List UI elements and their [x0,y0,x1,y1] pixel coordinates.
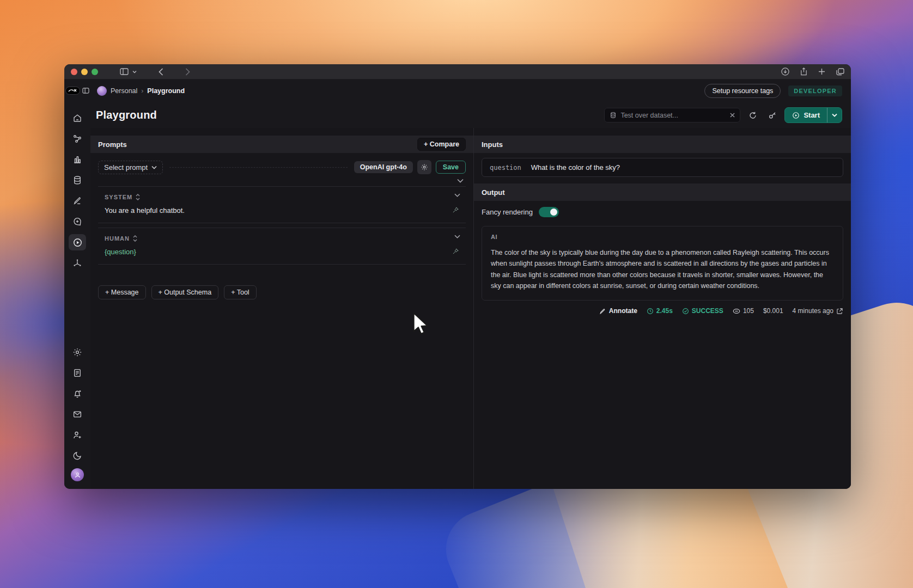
start-split-button: Start [784,107,842,123]
compare-button[interactable]: + Compare [417,138,466,151]
ai-output-text: The color of the sky is typically blue d… [491,247,834,291]
breadcrumb-workspace[interactable]: Personal [111,87,137,95]
sidebar-toggle-icon[interactable] [120,68,129,75]
desktop-wallpaper: Personal › Playground Setup resource tag… [0,0,913,588]
start-button[interactable]: Start [785,108,827,122]
fancy-rendering-toggle[interactable] [539,207,559,217]
back-icon[interactable] [159,68,163,76]
model-chip[interactable]: OpenAI gpt-4o [354,161,413,173]
downloads-icon[interactable] [781,68,789,76]
sidebar-item-datasets[interactable] [69,172,86,188]
sidebar-item-annotation[interactable] [69,193,86,209]
message-role-label[interactable]: HUMAN [105,235,130,242]
browser-titlebar [64,64,851,79]
latency-stat[interactable]: 2.45s [647,307,673,315]
chevron-down-icon [151,166,157,169]
dataset-icon [610,112,617,119]
clock-icon [647,308,654,315]
clear-icon[interactable] [730,113,735,118]
inputs-panel-title: Inputs [482,140,503,149]
input-field-row[interactable]: question What is the color of the sky? [482,158,843,177]
sidebar-rail [64,79,90,489]
divider [169,167,347,168]
inputs-panel-header: Inputs [474,136,851,153]
ai-output-card: AI The color of the sky is typically blu… [482,226,843,301]
app-topbar: Personal › Playground Setup resource tag… [90,79,851,102]
sidebar-item-prompts[interactable] [69,213,86,230]
sidebar-item-docs[interactable] [69,365,86,381]
pin-icon[interactable] [452,248,459,255]
sidebar-item-invite-user[interactable] [69,427,86,443]
sidebar-item-settings[interactable] [69,344,86,360]
breadcrumb-separator-icon: › [141,87,143,95]
status-badge: SUCCESS [682,307,723,315]
system-message-text[interactable]: You are a helpful chatbot. [105,206,459,215]
human-message-text[interactable]: {question} [105,248,459,256]
ai-role-label: AI [491,234,834,240]
sidebar-item-notifications[interactable] [69,385,86,402]
message-role-label[interactable]: SYSTEM [105,194,132,200]
run-stats-row: Annotate 2.45s SUCCESS [482,307,843,315]
sidebar-item-monitoring[interactable] [69,151,86,168]
close-button[interactable] [71,69,77,75]
langsmith-logo [65,87,80,95]
model-settings-icon[interactable] [417,160,431,174]
start-options-chevron[interactable] [827,108,842,122]
share-icon[interactable] [800,68,807,76]
dark-mode-toggle-icon[interactable] [69,448,86,464]
breadcrumb: Personal › Playground [97,86,185,96]
chevron-down-icon[interactable] [132,70,137,74]
output-panel-title: Output [482,188,505,197]
annotate-button[interactable]: Annotate [599,307,637,315]
system-message-card[interactable]: SYSTEM [98,186,466,223]
dataset-search-input[interactable] [620,112,726,119]
new-tab-icon[interactable] [818,68,825,75]
external-link-icon [836,308,843,315]
sidebar-item-inbox[interactable] [69,406,86,422]
tab-overview-icon[interactable] [836,68,844,76]
save-button[interactable]: Save [436,161,466,174]
test-over-dataset-field[interactable] [604,108,740,122]
output-panel-header: Output [474,183,851,201]
browser-window: Personal › Playground Setup resource tag… [64,64,851,489]
prompts-panel: Prompts + Compare Select prompt [90,128,474,489]
sidebar-item-deployments[interactable] [69,255,86,271]
collapse-sidebar-icon[interactable] [82,88,89,94]
refresh-icon[interactable] [745,108,760,122]
page-header: Playground [90,102,851,128]
fancy-rendering-label: Fancy rendering [482,208,533,216]
input-value[interactable]: What is the color of the sky? [531,163,620,171]
sidebar-item-home[interactable] [69,110,86,126]
pen-icon [599,308,606,315]
user-avatar[interactable] [71,468,84,481]
breadcrumb-current[interactable]: Playground [147,87,185,95]
sidebar-item-playground[interactable] [69,234,86,250]
pin-icon[interactable] [452,206,459,213]
tokens-icon [733,308,740,314]
forward-icon[interactable] [185,68,190,76]
api-key-icon[interactable] [765,108,780,122]
add-message-button[interactable]: + Message [98,285,146,299]
select-prompt-dropdown[interactable]: Select prompt [98,161,163,174]
add-output-schema-button[interactable]: + Output Schema [151,285,219,299]
timestamp-link[interactable]: 4 minutes ago [793,307,843,315]
collapse-message-icon[interactable] [454,235,460,238]
zoom-button[interactable] [92,69,98,75]
minimize-button[interactable] [81,69,88,75]
add-tool-button[interactable]: + Tool [224,285,256,299]
developer-badge: DEVELOPER [788,85,842,96]
prompts-panel-header: Prompts + Compare [90,136,473,153]
inputs-output-panel: Inputs question What is the color of the… [474,128,851,489]
input-key: question [490,164,521,171]
collapse-message-icon[interactable] [454,193,460,197]
role-switch-icon[interactable] [136,194,140,200]
workspace-avatar [97,86,107,96]
collapse-all-icon[interactable] [98,174,466,186]
page-title: Playground [96,109,157,121]
role-switch-icon[interactable] [133,235,137,242]
sidebar-item-tracing[interactable] [69,131,86,147]
setup-resource-tags-button[interactable]: Setup resource tags [704,84,781,98]
cost-stat: $0.001 [763,307,783,315]
prompts-panel-title: Prompts [98,140,127,149]
human-message-card[interactable]: HUMAN [98,228,466,265]
